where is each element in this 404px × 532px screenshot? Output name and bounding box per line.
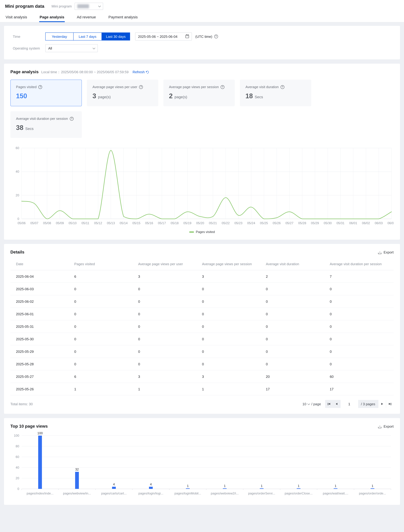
svg-text:20: 20 [16,476,19,480]
table-cell: 0 [202,312,266,316]
os-select[interactable]: All [45,44,98,52]
table-cell: 1 [74,387,138,391]
time-button-last-7-days[interactable]: Last 7 days [73,32,102,40]
stat-card-average-visit-duration[interactable]: Average visit duration18Secs [240,80,311,106]
svg-text:05/14: 05/14 [120,221,128,225]
column-header-pages-visited: Pages visited [74,262,138,266]
pages-visited-line-chart: 020406005/0605/0705/0805/0905/1005/1105/… [10,144,394,229]
svg-text:40: 40 [16,466,19,469]
svg-text:05/26: 05/26 [273,221,281,225]
table-cell: 2025-06-02 [10,299,74,304]
analysis-tabs: Visit analysisPage analysisAd revenuePay… [0,13,404,22]
table-cell: 0 [202,324,266,329]
last-page-button[interactable] [386,400,394,408]
table-cell: 3 [202,374,266,379]
table-cell: 0 [266,299,330,304]
bar [149,487,153,489]
table-cell: 3 [202,274,266,278]
tab-ad-revenue[interactable]: Ad revenue [76,13,97,22]
download-icon [378,250,381,254]
svg-text:05/15: 05/15 [132,221,140,225]
first-page-button[interactable] [325,400,333,408]
stat-value: 2 [169,92,173,100]
table-cell: 1 [138,387,202,391]
stat-cards: Pages visited150Average page views per u… [10,80,319,138]
export-button[interactable]: Export [378,424,394,428]
tab-payment-analysis[interactable]: Payment analysis [108,13,138,22]
svg-text:60: 60 [16,146,19,150]
table-cell: 6 [74,374,138,379]
table-cell: 17 [266,387,330,391]
bar [371,488,374,489]
svg-text:05/31: 05/31 [336,221,345,225]
table-cell: 0 [138,324,202,329]
svg-text:05/20: 05/20 [196,221,204,225]
stat-unit: page(s) [98,95,111,99]
help-icon[interactable] [39,85,42,89]
stat-card-average-page-views-per-session[interactable]: Average page views per session2page(s) [163,80,235,106]
refresh-button[interactable]: Refresh [133,70,149,74]
help-icon[interactable] [139,85,143,89]
current-page-input[interactable]: 1 [340,400,358,408]
table-row: 2025-05-276332060 [10,370,394,383]
help-icon[interactable] [221,85,224,89]
svg-text:0: 0 [17,217,19,221]
svg-text:05/19: 05/19 [183,221,191,225]
table-cell: 17 [330,387,394,391]
svg-text:60: 60 [16,455,19,459]
svg-text:pages/carts/cart...: pages/carts/cart... [101,492,127,495]
previous-page-button[interactable] [333,400,340,408]
svg-text:1: 1 [261,484,262,488]
table-cell: 0 [330,349,394,354]
help-icon[interactable] [70,117,73,120]
svg-text:100: 100 [38,431,43,435]
utc-time-label: (UTC time) [195,34,212,38]
table-cell: 2025-05-31 [10,324,74,329]
page-title: Mini program data [5,4,44,9]
table-cell: 0 [74,349,138,354]
table-cell: 0 [266,324,330,329]
details-section: Details Export DatePages visitedAverage … [4,244,400,414]
mini-program-select[interactable] [75,3,103,10]
table-cell: 0 [266,349,330,354]
table-cell: 0 [330,324,394,329]
svg-text:pages/wait/wait....: pages/wait/wait.... [323,492,348,495]
table-cell: 0 [74,324,138,329]
filter-panel: Time YesterdayLast 7 daysLast 30 days 20… [4,26,400,59]
page-size-select[interactable]: 10 / page [302,402,321,406]
chart-legend[interactable]: Pages visited [10,230,394,234]
stat-value: 18 [245,92,253,100]
table-cell: 0 [74,299,138,304]
svg-text:pages/order/orde...: pages/order/orde... [359,492,386,495]
table-cell: 0 [266,337,330,341]
stat-label: Average page views per session [169,85,219,89]
table-body: 2025-06-04633272025-06-03000002025-06-02… [10,270,394,395]
column-header-average-page-views-per-session: Average page views per session [202,262,266,266]
svg-text:0: 0 [17,487,19,491]
svg-text:pages/webview2/i...: pages/webview2/i... [211,492,239,495]
stat-card-pages-visited[interactable]: Pages visited150 [10,80,82,106]
bar [38,436,42,489]
svg-text:06/04: 06/04 [387,221,394,225]
stat-label: Average page views per user [92,85,137,89]
table-cell: 0 [266,287,330,291]
stat-card-average-visit-duration-per-session[interactable]: Average visit duration per session38Secs [10,111,82,138]
tab-page-analysis[interactable]: Page analysis [39,13,65,22]
help-icon[interactable] [281,85,284,89]
help-icon[interactable] [214,35,218,38]
date-range-picker[interactable]: 2025-05-06 ~ 2025-06-04 [135,32,192,40]
tab-visit-analysis[interactable]: Visit analysis [5,13,28,22]
time-button-yesterday[interactable]: Yesterday [45,32,73,40]
table-cell: 0 [138,287,202,291]
svg-text:4: 4 [113,482,115,486]
export-button[interactable]: Export [378,250,394,254]
table-cell: 0 [138,337,202,341]
table-cell: 6 [74,274,138,278]
stat-card-average-page-views-per-user[interactable]: Average page views per user3page(s) [87,80,158,106]
next-page-button[interactable] [378,400,386,408]
stat-label: Average visit duration [245,85,279,89]
svg-text:05/21: 05/21 [209,221,217,225]
svg-text:pages/orderClose...: pages/orderClose... [285,492,313,495]
table-cell: 2025-06-01 [10,312,74,316]
time-button-last-30-days[interactable]: Last 30 days [102,32,130,40]
